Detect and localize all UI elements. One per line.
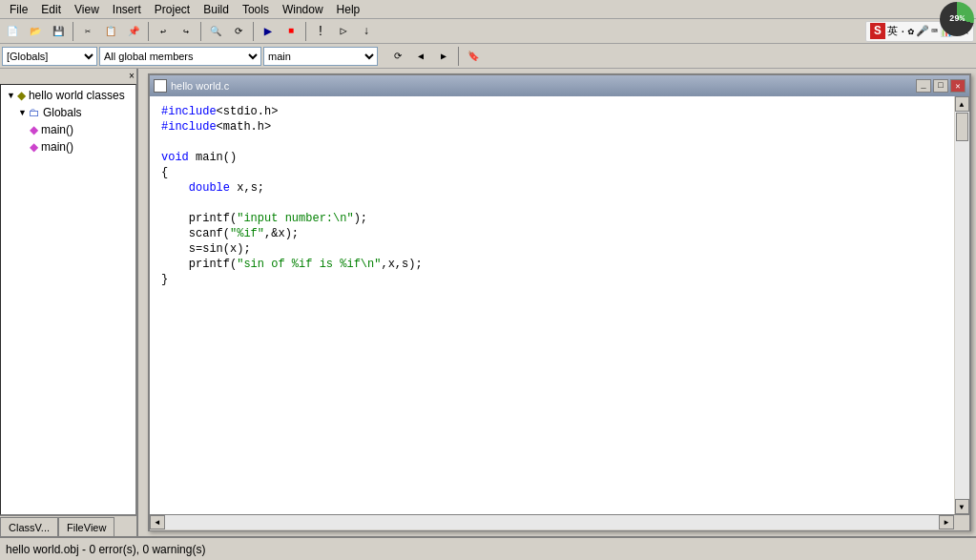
run-btn[interactable]: ▷ xyxy=(333,21,354,42)
resize-corner xyxy=(954,515,969,530)
class-tree: ▼ ◆ hello world classes ▼ 🗀 Globals ◆ ma… xyxy=(0,84,136,515)
sep5 xyxy=(305,22,306,41)
project-icon: ◆ xyxy=(17,89,26,102)
menu-help[interactable]: Help xyxy=(331,2,366,17)
main2-label: main() xyxy=(41,140,73,154)
bookmark-btn[interactable]: 🔖 xyxy=(463,46,484,67)
sep3 xyxy=(200,22,201,41)
ime-lang[interactable]: 英 xyxy=(887,24,898,38)
expand-globals[interactable]: ▼ xyxy=(18,108,27,117)
battery-indicator: 29% xyxy=(940,2,974,36)
code-line-1: #include<stdio.h> xyxy=(161,104,946,119)
tree-main2[interactable]: ◆ main() xyxy=(3,138,134,156)
ime-icon3[interactable]: ⌨ xyxy=(931,25,938,37)
scroll-right[interactable]: ► xyxy=(939,515,954,529)
window-title: hello world.c xyxy=(171,80,229,92)
tab-fileview[interactable]: FileView xyxy=(58,517,114,536)
nav-btn3[interactable]: ▶ xyxy=(433,46,454,67)
left-tab-bar: ClassV... FileView xyxy=(0,515,136,536)
cut-btn[interactable]: ✂ xyxy=(77,21,98,42)
sep1 xyxy=(73,22,73,41)
status-text: hello world.obj - 0 error(s), 0 warning(… xyxy=(6,543,205,556)
nav-btn1[interactable]: ⟳ xyxy=(387,46,408,67)
menu-build[interactable]: Build xyxy=(197,2,235,17)
ime-dot: · xyxy=(900,26,906,37)
left-panel: × ▼ ◆ hello world classes ▼ 🗀 Globals ◆ … xyxy=(0,69,138,536)
scroll-down[interactable]: ▼ xyxy=(955,499,969,514)
members-combo[interactable]: All global members xyxy=(99,47,261,66)
code-line-10: s=sin(x); xyxy=(161,241,946,257)
minimize-btn[interactable]: _ xyxy=(916,79,931,93)
code-line-9: scanf("%if",&x); xyxy=(161,226,946,241)
function-combo[interactable]: main xyxy=(263,47,378,66)
menu-view[interactable]: View xyxy=(69,2,105,17)
menu-project[interactable]: Project xyxy=(149,2,196,17)
replace-btn[interactable]: ⟳ xyxy=(228,21,249,42)
scroll-track-h[interactable] xyxy=(165,515,939,529)
main-area: × ▼ ◆ hello world classes ▼ 🗀 Globals ◆ … xyxy=(0,69,976,536)
search-btn[interactable]: 🔍 xyxy=(205,21,226,42)
expand-root[interactable]: ▼ xyxy=(7,91,15,100)
scroll-thumb-v[interactable] xyxy=(956,113,968,141)
menu-tools[interactable]: Tools xyxy=(237,2,275,17)
battery-circle: 29% xyxy=(940,2,974,36)
code-scroll-area[interactable]: #include<stdio.h> #include<math.h> void … xyxy=(150,96,954,514)
code-line-4: void main() xyxy=(161,150,946,165)
copy-btn[interactable]: 📋 xyxy=(100,21,121,42)
tab-classview[interactable]: ClassV... xyxy=(0,517,58,536)
scroll-up[interactable]: ▲ xyxy=(955,96,969,112)
code-window: c hello world.c _ □ ✕ #include<stdio.h> xyxy=(148,73,971,531)
tree-main1[interactable]: ◆ main() xyxy=(3,121,134,138)
new-btn[interactable]: 📄 xyxy=(2,21,23,42)
pin-icon[interactable]: × xyxy=(129,72,135,82)
scroll-left[interactable]: ◄ xyxy=(150,515,165,529)
undo-btn[interactable]: ↩ xyxy=(153,21,174,42)
statusbar: hello world.obj - 0 error(s), 0 warning(… xyxy=(0,536,976,560)
globals-combo[interactable]: [Globals] xyxy=(2,47,97,66)
save-btn[interactable]: 💾 xyxy=(48,21,69,42)
scrollbar-right: ▲ ▼ xyxy=(954,96,969,514)
code-line-2: #include<math.h> xyxy=(161,119,946,135)
globals-label: Globals xyxy=(43,106,82,119)
ime-icon1[interactable]: ✿ xyxy=(908,25,915,37)
paste-btn[interactable]: 📌 xyxy=(123,21,144,42)
panel-header: × xyxy=(0,69,136,84)
compile-btn[interactable]: ▶ xyxy=(258,21,279,42)
tree-root[interactable]: ▼ ◆ hello world classes xyxy=(3,87,134,104)
root-label: hello world classes xyxy=(29,89,125,102)
window-title-area: c hello world.c xyxy=(154,79,229,93)
editor-area: c hello world.c _ □ ✕ #include<stdio.h> xyxy=(138,69,976,536)
debug-btn[interactable]: ↓ xyxy=(356,21,377,42)
code-window-titlebar: c hello world.c _ □ ✕ xyxy=(150,75,969,96)
toolbar-main: 📄 📂 💾 ✂ 📋 📌 ↩ ↪ 🔍 ⟳ ▶ ■ ! ▷ ↓ S 英 · ✿ 🎤 … xyxy=(0,19,976,44)
diamond-icon2: ◆ xyxy=(30,140,38,154)
code-line-5: { xyxy=(161,165,946,180)
menu-file[interactable]: File xyxy=(4,2,33,17)
code-line-6: double x,s; xyxy=(161,180,946,196)
scrollbar-bottom: ◄ ► xyxy=(150,515,954,530)
menu-edit[interactable]: Edit xyxy=(35,2,67,17)
maximize-btn[interactable]: □ xyxy=(933,79,948,93)
menu-window[interactable]: Window xyxy=(277,2,329,17)
sep2 xyxy=(148,22,149,41)
close-btn[interactable]: ✕ xyxy=(950,79,966,93)
redo-btn[interactable]: ↪ xyxy=(176,21,197,42)
code-line-7 xyxy=(161,196,946,211)
code-line-11: printf("sin of %if is %if\n",x,s); xyxy=(161,257,946,272)
build-btn[interactable]: ! xyxy=(310,21,331,42)
nav-btn2[interactable]: ◀ xyxy=(410,46,431,67)
ime-s-logo: S xyxy=(870,23,885,39)
battery-percent: 29% xyxy=(949,14,965,24)
tree-globals[interactable]: ▼ 🗀 Globals xyxy=(3,104,134,121)
open-btn[interactable]: 📂 xyxy=(25,21,46,42)
stop-btn[interactable]: ■ xyxy=(280,21,301,42)
scroll-track-v[interactable] xyxy=(955,112,969,499)
code-line-3 xyxy=(161,135,946,150)
file-icon: c xyxy=(154,79,167,93)
diamond-icon1: ◆ xyxy=(30,123,38,136)
folder-icon: 🗀 xyxy=(29,106,40,119)
ime-icon2[interactable]: 🎤 xyxy=(916,25,929,37)
menubar: File Edit View Insert Project Build Tool… xyxy=(0,0,976,19)
toolbar-combos: [Globals] All global members main ⟳ ◀ ▶ … xyxy=(0,44,976,69)
menu-insert[interactable]: Insert xyxy=(107,2,147,17)
